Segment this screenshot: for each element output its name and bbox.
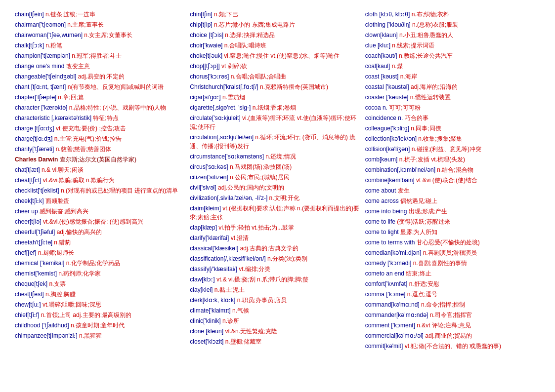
list-item: coincidence n. 巧合的事 — [365, 114, 535, 122]
entry-english: closet['klɔzit] — [190, 338, 225, 345]
entry-chinese: n.喜剧演员;滑稽演员 — [423, 249, 477, 256]
list-item: Christchurch['kraistʃ,fɑːtʃ/] n.克赖斯特彻奇(英… — [190, 82, 360, 91]
list-item: command[kə'mɑːnd] n.命令;指挥;控制 — [365, 300, 535, 309]
entry-chinese: n.&vt 评论;注释;意见 — [417, 322, 470, 329]
entry-english: circulate['sɑːkjuleit] — [190, 115, 242, 121]
entry-english: chest[tʃest] — [15, 291, 45, 298]
list-item: chew[tʃuː] vt.嚼碎;咀嚼;回味;深思 — [15, 300, 185, 309]
entry-english: civilization[,sivilai'zei/ən, -li'z-] — [190, 195, 269, 201]
entry-english: civil['sivəl] — [190, 184, 218, 191]
entry-english: coach[kəut/] — [365, 52, 399, 59]
entry-chinese: n.孩童时期;童年时代 — [71, 322, 125, 329]
list-item: comfort['kʌmfət] n.舒适;安慰 — [365, 279, 535, 288]
entry-chinese: n.主席;董事长 — [67, 21, 103, 28]
entry-chinese: n.舒适;安慰 — [409, 280, 439, 287]
entry-english: collection[kə'lek/ən] — [365, 135, 419, 142]
entry-english: charge [tʃɑːdʒ] — [15, 125, 56, 132]
entry-chinese: n.章;回;篇 — [58, 94, 84, 101]
list-item: come to terms with 甘心忍受(不愉快的处境) — [365, 238, 535, 247]
entry-chinese: 感到振奋;感到高兴 — [40, 208, 88, 215]
entry-chinese: vt 剁碎;砍 — [221, 63, 247, 70]
list-item: charge[tʃɑːdʒ] n.主管;充电(气);价钱;控告 — [15, 134, 185, 143]
entry-english: change one's mind — [15, 63, 66, 70]
entry-chinese: 改变主意 — [66, 63, 90, 70]
entry-chinese: (变得)活跃;苏醒过来 — [397, 218, 450, 225]
list-item: clone [kləun] vt.&n.无性繁殖;克隆 — [190, 327, 360, 336]
entry-english: come to terms with — [365, 239, 417, 246]
entry-english: chairman['tʃeəmən] — [15, 21, 67, 28]
entry-english: clue [kluː] — [365, 42, 392, 49]
list-item: clap[klæp] vi.拍手;轻拍 vt.拍击;为...鼓掌 — [190, 223, 360, 232]
entry-chinese: n.粉笔 — [45, 42, 62, 49]
entry-chinese: n.慈善;慈善;慈善团体 — [56, 146, 112, 153]
list-item: character ['kærəktə] n.品格;特性; (小说、戏剧等中的)… — [15, 103, 185, 112]
list-item: coastal ['kəustəl] adj.海岸的;沿海的 — [365, 82, 535, 91]
list-item: Charles Darwin 查尔斯;达尔文(英国自然学家) — [15, 155, 185, 164]
dictionary-content: chain[tʃein] n.链条;连锁;一连串chairman['tʃeəmə… — [15, 10, 540, 352]
entry-chinese: n.布;织物;衣料 — [412, 11, 450, 18]
entry-chinese: 巧合的事 — [405, 115, 428, 121]
list-item: cheek[tʃiːk] 面颊脸蛋 — [15, 196, 185, 205]
entry-chinese: 偶然遇见;碰上 — [400, 197, 437, 204]
entry-english: colleague['kɔliːg] — [365, 125, 411, 132]
entry-chinese: vi.窒息;呛住;慢住 vt.(使)窒息;(水、烟等)呛住 — [224, 52, 340, 59]
entry-english: come to life — [365, 218, 397, 225]
list-item: choice [tʃɔis] n.选择;抉择;精选品 — [190, 31, 360, 39]
entry-chinese: 特征;特点 — [93, 115, 118, 121]
entry-english: Christchurch['kraistʃ,fɑːtʃ/] — [190, 83, 260, 90]
entry-english: come into being — [365, 208, 409, 215]
entry-english: cigar[si'gɑː] — [190, 94, 222, 101]
list-item: commit[kə'mit] vt.犯;做(不合法的、错的 或愚蠢的事) — [365, 342, 535, 351]
entry-english: chip[tʃip] — [190, 21, 214, 28]
entry-english: chalk[tʃɔːk] — [15, 42, 45, 49]
entry-chinese: n.女主席;女董事长 — [84, 32, 132, 39]
list-item: cloth [klɔθ, klɔːθ] n.布;织物;衣料 — [365, 10, 535, 19]
list-item: comedy ['kɔmədi] n.喜剧;喜剧性的事情 — [365, 259, 535, 268]
entry-english: chew[tʃuː] — [15, 301, 43, 308]
list-item: collision[kə'liʒən] n.碰撞;(利益、意见等)冲突 — [365, 145, 535, 154]
entry-english: chemical ['kemikal] — [15, 260, 66, 267]
entry-english: cheek[tʃiːk] — [15, 197, 45, 204]
entry-chinese: n.小丑;粗鲁愚蠢的人 — [399, 32, 453, 39]
entry-english: chin[tʃin] — [190, 11, 214, 18]
list-item: clinic['klinik] n.诊所 — [190, 316, 360, 325]
list-item: come into being 出现;形成;产生 — [365, 207, 535, 216]
entry-english: come about — [365, 187, 398, 194]
entry-chinese: n.壁橱;储藏室 — [225, 338, 261, 345]
list-item: classification[/,klæsifi'kei/ən/] n.分类(法… — [190, 254, 360, 263]
entry-english: chant [tʃɑːnt, tʃænt] — [15, 83, 68, 90]
column-2: chin[tʃin] n.颏;下巴chip[tʃip] n.芯片;微小的 东西;… — [190, 10, 365, 352]
entry-chinese: vt.编排;分类 — [239, 266, 270, 273]
entry-chinese: vi.拍手;轻拍 vt.拍击;为...鼓掌 — [218, 224, 294, 231]
list-item: choir['kwaiə] n.合唱队;唱诗班 — [190, 41, 360, 50]
list-item: chip[tʃip] n.芯片;微小的 东西;集成电路片 — [190, 20, 360, 29]
list-item: commercial[kə'mɑː/əl] adj.商业的;贸易的 — [365, 331, 535, 340]
list-item: champion['tʃæmpiən] n.冠军;得胜者;斗士 — [15, 51, 185, 60]
entry-english: comment ['kɔment] — [365, 322, 417, 329]
entry-chinese: n.主管;充电(气);价钱;控告 — [54, 135, 122, 142]
entry-chinese: 面颊脸蛋 — [45, 197, 69, 204]
entry-english: circus['sɑːkəs] — [190, 163, 230, 170]
list-item: classical['klæsikəl] adj.古典的;古典文学的 — [190, 244, 360, 253]
entry-chinese: n.线索;提示词语 — [392, 42, 434, 49]
entry-chinese: vt 使充电;要(价) ;控告;攻击 — [56, 125, 126, 132]
entry-english: cheer[tʃiə] — [15, 218, 43, 225]
list-item: choke[tʃəuk] vi.窒息;呛住;慢住 vt.(使)窒息;(水、烟等)… — [190, 51, 360, 60]
entry-english: clinic['klinik] — [190, 317, 222, 324]
list-item: chat[tʃæt] n.& vi.聊天;闲谈 — [15, 165, 185, 174]
entry-english: command[kə'mɑːnd] — [365, 301, 421, 308]
list-item: colleague['kɔliːg] n.同事;同僚 — [365, 124, 535, 133]
list-item: coal[kaul] n.煤 — [365, 62, 535, 71]
entry-chinese: n.(总称)衣服;服装 — [412, 21, 458, 28]
list-item: cocoa n. 可可;可可粉 — [365, 103, 535, 112]
entry-chinese: vt.嚼碎;咀嚼;回味;深思 — [43, 301, 101, 308]
list-item: circumstance['sɑːkəmstəns] n.还境;情况 — [190, 152, 360, 161]
entry-chinese: n.克赖斯特彻奇(英国城市) — [260, 83, 328, 90]
list-item: collection[kə'lek/ən] n.收集;搜集;聚集 — [365, 134, 535, 143]
entry-english: checklist['tʃeklist] — [15, 187, 61, 194]
entry-english: clap[klæp] — [190, 224, 218, 231]
entry-chinese: adj.海岸的;沿海的 — [411, 83, 458, 90]
entry-chinese: adj.愉快的高兴的 — [57, 229, 102, 235]
entry-chinese: n.雪茄烟 — [222, 94, 245, 101]
entry-chinese: 出现;形成;产生 — [409, 208, 448, 215]
